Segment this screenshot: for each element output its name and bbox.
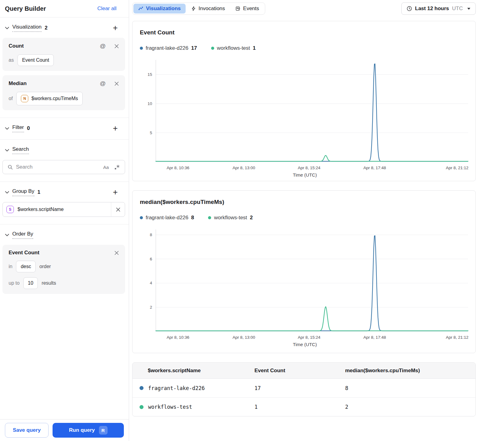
chart-plot-area: 2468Apr 8, 10:36Apr 8, 13:00Apr 8, 15:24… bbox=[140, 227, 469, 347]
results-table: $workers.scriptNameEvent Countmedian($wo… bbox=[132, 362, 476, 416]
chart-title: median($workers.cpuTimeMs) bbox=[140, 199, 469, 205]
sidebar-footer: Save query Run query R bbox=[0, 419, 129, 441]
legend-dot bbox=[140, 216, 143, 219]
svg-text:4: 4 bbox=[150, 281, 152, 285]
legend-item[interactable]: fragrant-lake-d22617 bbox=[140, 45, 197, 51]
viz-card-title: Count bbox=[9, 43, 24, 49]
svg-text:Apr 8, 17:48: Apr 8, 17:48 bbox=[363, 335, 386, 340]
median-field-value: $workers.cpuTimeMs bbox=[31, 96, 78, 101]
add-visualization-button[interactable]: + bbox=[113, 24, 118, 32]
table-row[interactable]: workflows-test12 bbox=[132, 397, 475, 416]
visualization-count: 2 bbox=[45, 25, 47, 31]
order-by-card: Event Count in desc order up to 10 resul… bbox=[2, 245, 125, 294]
legend-item[interactable]: workflows-test1 bbox=[211, 45, 256, 51]
mention-icon[interactable]: @ bbox=[100, 80, 106, 87]
chevron-down-icon[interactable] bbox=[5, 149, 9, 152]
run-query-label: Run query bbox=[69, 427, 95, 433]
section-search: Search Aa bbox=[0, 139, 129, 181]
clock-icon bbox=[407, 6, 412, 11]
table-column-header: Event Count bbox=[254, 368, 345, 374]
group-by-label: Group By bbox=[12, 188, 34, 196]
table-column-header: median($workers.cpuTimeMs) bbox=[345, 368, 475, 374]
close-icon[interactable] bbox=[114, 44, 119, 49]
match-case-icon[interactable]: Aa bbox=[103, 165, 109, 170]
series-color-dot bbox=[140, 405, 144, 409]
svg-text:5: 5 bbox=[150, 131, 152, 135]
query-builder-sidebar: Query Builder Clear all Visualization 2 … bbox=[0, 0, 129, 441]
visualization-label: Visualization bbox=[12, 24, 41, 32]
event-count-cell: 17 bbox=[254, 385, 345, 391]
group-by-value: $workers.scriptName bbox=[18, 207, 64, 212]
order-label: order bbox=[39, 264, 51, 269]
order-direction-select[interactable]: desc bbox=[16, 261, 36, 272]
svg-text:15: 15 bbox=[148, 72, 152, 77]
svg-text:Apr 8, 15:24: Apr 8, 15:24 bbox=[298, 335, 321, 340]
count-alias-field[interactable]: Event Count bbox=[18, 54, 54, 66]
order-by-header-row: Order By bbox=[2, 229, 125, 241]
chevron-down-icon[interactable] bbox=[5, 234, 9, 236]
chart-panel-median-cputime: median($workers.cpuTimeMs) fragrant-lake… bbox=[132, 190, 476, 353]
up-to-label: up to bbox=[9, 280, 20, 286]
legend-series-value: 2 bbox=[250, 215, 253, 221]
run-query-button[interactable]: Run query R bbox=[53, 423, 124, 438]
legend-item[interactable]: workflows-test2 bbox=[208, 215, 253, 221]
clear-all-link[interactable]: Clear all bbox=[97, 6, 116, 12]
table-column-header: $workers.scriptName bbox=[132, 368, 254, 374]
number-type-icon: N bbox=[21, 95, 28, 102]
group-by-field[interactable]: S $workers.scriptName bbox=[2, 202, 125, 217]
chevron-down-icon[interactable] bbox=[5, 127, 9, 130]
tab-label: Events bbox=[243, 6, 259, 12]
legend-dot bbox=[208, 216, 211, 219]
median-field-selector[interactable]: N $workers.cpuTimeMs bbox=[16, 92, 82, 105]
table-row[interactable]: fragrant-lake-d226178 bbox=[132, 379, 475, 397]
view-tabs: Visualizations Invocations Events bbox=[132, 2, 265, 15]
add-group-by-button[interactable]: + bbox=[113, 188, 118, 197]
close-icon[interactable] bbox=[114, 251, 119, 255]
svg-text:6: 6 bbox=[150, 257, 152, 261]
section-group-by: Group By 1 + S $workers.scriptName bbox=[0, 181, 129, 224]
tab-invocations[interactable]: Invocations bbox=[186, 4, 230, 14]
search-input[interactable] bbox=[16, 164, 100, 170]
save-query-button[interactable]: Save query bbox=[5, 423, 49, 438]
legend-item[interactable]: fragrant-lake-d2268 bbox=[140, 215, 194, 221]
tab-label: Visualizations bbox=[146, 6, 181, 12]
table-header-row: $workers.scriptNameEvent Countmedian($wo… bbox=[132, 363, 475, 379]
chart-plot-area: 51015Apr 8, 10:36Apr 8, 13:00Apr 8, 15:2… bbox=[140, 57, 469, 178]
search-icon bbox=[8, 165, 13, 170]
search-box: Aa bbox=[2, 160, 125, 174]
svg-text:Apr 8, 21:12: Apr 8, 21:12 bbox=[446, 166, 469, 170]
legend-series-name: workflows-test bbox=[217, 45, 250, 51]
series-color-dot bbox=[140, 386, 144, 390]
svg-text:Apr 8, 15:24: Apr 8, 15:24 bbox=[298, 166, 321, 170]
tab-events[interactable]: Events bbox=[230, 4, 264, 14]
add-filter-button[interactable]: + bbox=[113, 124, 118, 133]
as-label: as bbox=[9, 57, 14, 63]
time-range-dropdown[interactable]: Last 12 hours UTC bbox=[401, 2, 476, 15]
section-visualization: Visualization 2 + Count @ as Event Co bbox=[0, 18, 129, 118]
close-icon[interactable] bbox=[114, 81, 119, 86]
remove-group-by-button[interactable] bbox=[111, 207, 125, 212]
visualization-header-row: Visualization 2 + bbox=[2, 22, 125, 34]
chart-legend: fragrant-lake-d22617workflows-test1 bbox=[140, 45, 469, 51]
legend-series-value: 17 bbox=[191, 45, 197, 51]
mention-icon[interactable]: @ bbox=[100, 43, 106, 49]
tab-visualizations[interactable]: Visualizations bbox=[133, 4, 186, 14]
x-axis-title: Time (UTC) bbox=[140, 342, 470, 347]
event-count-cell: 1 bbox=[254, 404, 345, 410]
svg-text:Apr 8, 13:00: Apr 8, 13:00 bbox=[233, 166, 255, 170]
x-axis-title: Time (UTC) bbox=[140, 172, 470, 178]
svg-text:2: 2 bbox=[150, 305, 152, 310]
chevron-down-icon[interactable] bbox=[5, 27, 9, 29]
filter-count: 0 bbox=[27, 125, 30, 131]
legend-series-value: 8 bbox=[191, 215, 194, 221]
order-by-label: Order By bbox=[12, 231, 33, 239]
tab-label: Invocations bbox=[199, 6, 225, 12]
regex-icon[interactable] bbox=[114, 165, 120, 170]
chevron-down-icon[interactable] bbox=[5, 191, 9, 194]
results-label: results bbox=[41, 280, 56, 286]
result-limit-input[interactable]: 10 bbox=[23, 277, 38, 289]
lightning-icon bbox=[191, 6, 196, 11]
main-content: Visualizations Invocations Events Last 1… bbox=[129, 0, 504, 441]
keyboard-shortcut-badge: R bbox=[99, 426, 108, 435]
group-by-header-row: Group By 1 + bbox=[2, 186, 125, 198]
